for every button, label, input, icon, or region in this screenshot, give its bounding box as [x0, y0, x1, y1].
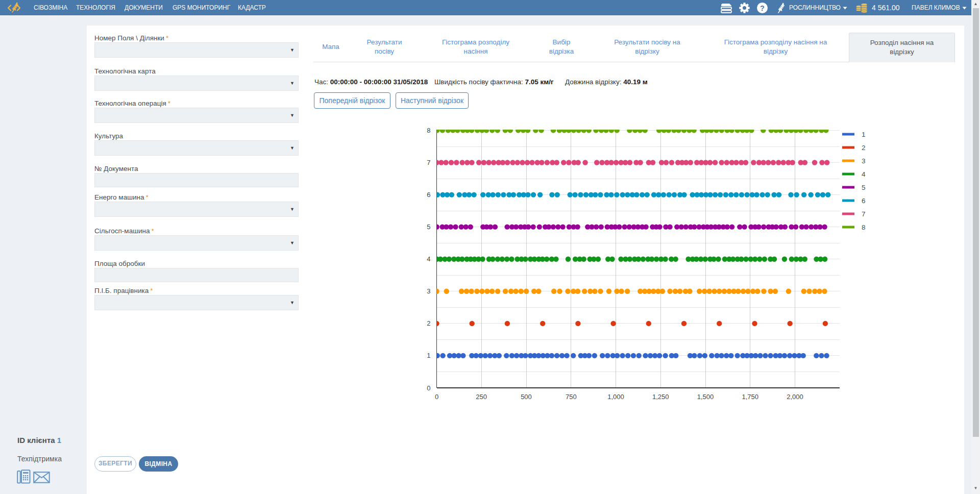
- svg-text:5: 5: [427, 223, 430, 231]
- svg-text:4: 4: [862, 170, 866, 178]
- svg-text:2: 2: [862, 144, 866, 152]
- svg-text:1: 1: [862, 131, 866, 138]
- svg-text:6: 6: [862, 197, 866, 205]
- svg-text:2: 2: [427, 319, 430, 327]
- svg-text:0: 0: [427, 384, 430, 392]
- svg-text:1,500: 1,500: [697, 393, 714, 401]
- svg-text:2,000: 2,000: [787, 393, 803, 401]
- svg-text:1,250: 1,250: [652, 393, 669, 401]
- svg-text:3: 3: [427, 287, 430, 295]
- svg-text:7: 7: [427, 159, 430, 166]
- svg-text:0: 0: [435, 393, 438, 401]
- svg-text:3: 3: [862, 157, 866, 165]
- svg-text:6: 6: [427, 191, 430, 199]
- svg-text:8: 8: [862, 224, 866, 231]
- svg-text:1: 1: [427, 352, 430, 359]
- svg-text:250: 250: [476, 393, 487, 401]
- svg-text:7: 7: [862, 210, 866, 218]
- svg-text:500: 500: [521, 393, 532, 401]
- svg-text:5: 5: [862, 184, 866, 191]
- svg-text:1,000: 1,000: [607, 393, 624, 401]
- svg-text:8: 8: [427, 127, 430, 134]
- svg-text:1,750: 1,750: [742, 393, 759, 401]
- svg-text:?: ?: [760, 4, 765, 12]
- svg-text:750: 750: [566, 393, 577, 401]
- svg-text:4: 4: [427, 255, 430, 263]
